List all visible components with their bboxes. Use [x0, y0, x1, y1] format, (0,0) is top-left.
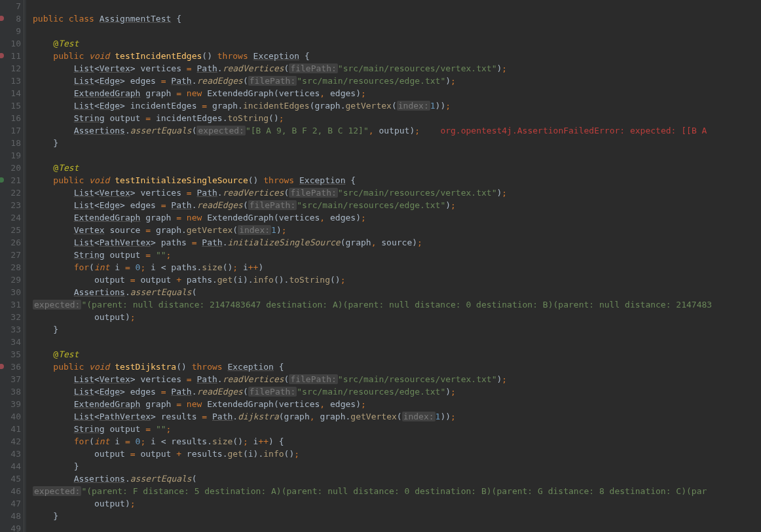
keyword: for	[74, 262, 89, 272]
paren: )	[335, 275, 341, 285]
operator: =	[161, 76, 166, 86]
class-ref: List	[74, 200, 94, 210]
comma: ,	[320, 88, 325, 98]
class-ref: Path	[197, 374, 217, 384]
operator: ++	[258, 436, 269, 446]
class-ref: Assertions	[74, 474, 125, 484]
line-number: 40	[3, 410, 21, 423]
code-line: for(int i = 0; i < results.size(); i++) …	[33, 435, 712, 448]
code-area[interactable]: public class AssignmentTest { @Test publ…	[26, 0, 712, 532]
generic-open: <	[94, 76, 100, 86]
operator: =	[145, 113, 151, 123]
annotation: @Test	[53, 39, 79, 48]
code-line: String output = "";	[33, 249, 712, 261]
semicolon: ;	[361, 399, 366, 409]
method-call: toString	[289, 275, 330, 285]
operator: =	[145, 225, 151, 235]
line-number: 20	[3, 162, 21, 174]
line-number: 12	[3, 62, 21, 75]
code-line: List<Edge> edges = Path.readEdges(filePa…	[33, 199, 712, 211]
semicolon: ;	[502, 63, 507, 73]
class-ref: List	[74, 188, 94, 198]
code-line: Assertions.assertEquals(	[33, 286, 712, 298]
operator: =	[125, 436, 130, 446]
dot: .	[125, 126, 130, 135]
method-call: getVertex	[187, 225, 232, 235]
code-line: ExtendedGraph graph = new ExtendedGraph(…	[33, 87, 712, 99]
class-ref: Vertex	[74, 225, 105, 235]
generic-open: <	[94, 188, 100, 198]
keyword: void	[89, 51, 109, 61]
method-call: getVertex	[345, 101, 391, 111]
variable: edges	[130, 200, 156, 210]
class-ref: List	[74, 76, 94, 86]
parameter-hint: filePath:	[248, 200, 297, 210]
semicolon: ;	[140, 436, 145, 446]
paren: (	[274, 88, 279, 98]
semicolon: ;	[415, 126, 420, 135]
variable: output	[94, 275, 125, 285]
comma: ,	[369, 126, 374, 135]
operator: =	[192, 238, 197, 247]
class-ref: Edge	[100, 101, 120, 111]
line-number: 46	[3, 485, 21, 497]
operator: =	[187, 63, 192, 73]
paren: )	[253, 175, 259, 185]
number: 1	[430, 101, 436, 111]
line-number: 34	[3, 336, 21, 348]
paren: (	[202, 51, 207, 61]
keyword: class	[69, 14, 94, 24]
code-line: Assertions.assertEquals(expected:"[B A 9…	[33, 124, 712, 137]
class-ref: Edge	[100, 200, 120, 210]
class-ref: Exception	[227, 362, 273, 372]
class-ref: PathVertex	[100, 412, 151, 421]
class-ref: List	[74, 374, 94, 384]
keyword: new	[187, 88, 202, 98]
comma: ,	[310, 412, 315, 421]
argument: graph	[284, 412, 310, 421]
keyword: new	[187, 399, 202, 409]
generic-close: >	[120, 101, 125, 111]
paren: (	[243, 449, 248, 459]
dot: .	[125, 474, 130, 484]
argument: vertices	[279, 88, 320, 98]
parameter-hint: expected:	[33, 486, 81, 496]
paren: (	[243, 387, 248, 397]
code-line: output = output + results.get(i).info();	[33, 448, 712, 460]
variable: source	[109, 225, 140, 235]
method-call: assertEquals	[130, 287, 192, 297]
keyword: public	[33, 14, 64, 24]
operator: =	[187, 374, 192, 384]
variable: results	[171, 436, 207, 446]
method-name: testIncidentEdges	[115, 51, 202, 61]
method-call: readVertices	[223, 188, 284, 198]
class-ref: Vertex	[100, 63, 130, 73]
parameter-hint: index:	[238, 225, 271, 235]
variable: graph	[156, 225, 181, 235]
annotation-name: Test	[58, 349, 79, 359]
string-literal: "src/main/resources/edge.txt"	[297, 76, 445, 86]
argument: edges	[330, 399, 356, 409]
semicolon: ;	[451, 387, 456, 397]
paren: )	[356, 88, 361, 98]
string-literal: ""	[156, 424, 166, 434]
generic-open: <	[94, 412, 100, 421]
variable: graph	[212, 101, 238, 111]
dot: .	[181, 225, 187, 235]
paren: (	[232, 225, 238, 235]
line-number: 38	[3, 385, 21, 398]
brace: }	[53, 511, 58, 521]
variable: paths	[161, 238, 187, 247]
code-line: String output = "";	[33, 423, 712, 435]
variable: graph	[145, 399, 171, 409]
code-editor[interactable]: 7 8 9 10 11 12 13 14 15 16 17 18 19 20 2…	[0, 0, 761, 532]
operator: =	[187, 188, 192, 198]
keyword: void	[89, 175, 109, 185]
class-ref: List	[74, 101, 94, 111]
dot: .	[192, 387, 197, 397]
method-call: get	[217, 275, 232, 285]
paren: )	[445, 387, 451, 397]
method-call: readEdges	[197, 76, 243, 86]
paren: )	[276, 225, 282, 235]
dot: .	[217, 188, 223, 198]
